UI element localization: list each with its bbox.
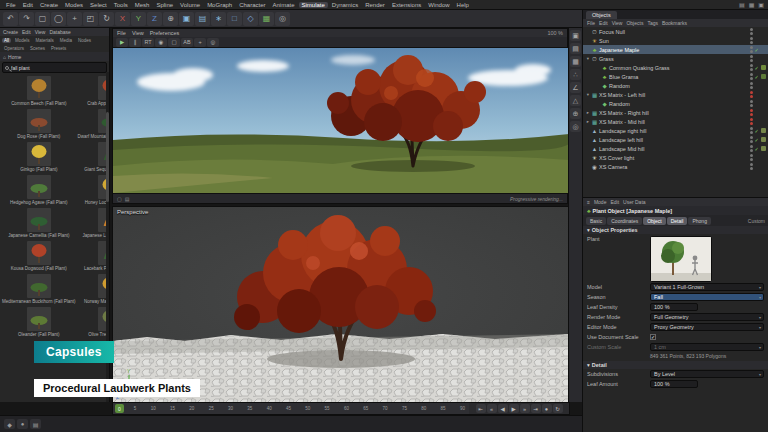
asset-item[interactable]: Kousa Dogwood (Fall Plant) bbox=[1, 240, 77, 273]
menu-item[interactable]: Extensions bbox=[389, 2, 424, 8]
render-view-icon[interactable]: ▣ bbox=[179, 12, 194, 26]
previous-key-button[interactable]: « bbox=[487, 404, 497, 413]
layout-single-icon[interactable]: ▣ bbox=[757, 1, 765, 8]
visibility-toggles[interactable] bbox=[750, 28, 753, 35]
material-swatch[interactable] bbox=[761, 83, 766, 88]
ab-compare-icon[interactable]: AB bbox=[181, 38, 193, 47]
leaf-density-input[interactable]: 100 % bbox=[650, 303, 698, 311]
attribute-menu-item[interactable]: User Data bbox=[623, 199, 646, 205]
previous-frame-button[interactable]: ◀ bbox=[498, 404, 508, 413]
enable-checkmark-icon[interactable]: ✓ bbox=[753, 47, 760, 53]
menu-item[interactable]: Create bbox=[37, 2, 61, 8]
render-zoom-level[interactable]: 100 % bbox=[547, 30, 563, 36]
asset-search[interactable] bbox=[2, 62, 107, 73]
record-button[interactable]: ● bbox=[542, 404, 552, 413]
object-row[interactable]: ◆ Random bbox=[583, 99, 768, 108]
menu-item[interactable]: Render bbox=[362, 2, 388, 8]
object-name[interactable]: Landscape Mid hill bbox=[598, 146, 748, 152]
visibility-toggles[interactable] bbox=[750, 55, 753, 62]
leaf-amount-input[interactable]: 100 % bbox=[650, 380, 698, 388]
x-axis-lock-icon[interactable]: X bbox=[115, 12, 130, 26]
asset-type-tab[interactable]: Models bbox=[13, 38, 32, 43]
object-name[interactable]: Landscape left hill bbox=[598, 137, 748, 143]
visibility-toggles[interactable] bbox=[750, 82, 753, 89]
asset-item[interactable]: Olive Tree (Fall Plant) bbox=[77, 306, 109, 339]
start-ipr-icon[interactable]: ▶ bbox=[116, 38, 128, 47]
object-name[interactable]: Sun bbox=[598, 38, 748, 44]
play-button[interactable]: ▶ bbox=[509, 404, 519, 413]
object-name[interactable]: Grass bbox=[598, 56, 748, 62]
render-visibility-dot[interactable] bbox=[750, 59, 753, 62]
asset-item[interactable]: Hedgehog Agave (Fall Plant) bbox=[1, 174, 77, 207]
texture-mode-icon[interactable]: ▤ bbox=[570, 43, 581, 54]
render-visibility-dot[interactable] bbox=[750, 95, 753, 98]
clay-mode-icon[interactable]: ◎ bbox=[207, 38, 219, 47]
visibility-toggles[interactable] bbox=[750, 37, 753, 44]
object-row[interactable]: ▸ ▦ XS Matrix - Mid hill bbox=[583, 117, 768, 126]
asset-item[interactable]: Ginkgo (Fall Plant) bbox=[1, 141, 77, 174]
material-swatch[interactable] bbox=[761, 38, 766, 43]
model-dropdown[interactable]: Variant 1 Full-Grown bbox=[650, 283, 764, 291]
object-name[interactable]: XS Matrix - Mid hill bbox=[598, 119, 748, 125]
render-canvas[interactable] bbox=[113, 48, 569, 193]
material-swatch[interactable] bbox=[761, 65, 766, 70]
rectangle-select-icon[interactable]: ▢ bbox=[35, 12, 50, 26]
object-name[interactable]: XS Cover light bbox=[598, 155, 748, 161]
editor-visibility-dot[interactable] bbox=[750, 55, 753, 58]
asset-item[interactable]: Common Beech (Fall Plant) bbox=[1, 75, 77, 108]
points-mode-icon[interactable]: ∴ bbox=[570, 69, 581, 80]
object-row[interactable]: ▲ Landscape right hill ✓ bbox=[583, 126, 768, 135]
go-to-end-button[interactable]: ⇥ bbox=[531, 404, 541, 413]
attribute-menu-item[interactable]: Mode bbox=[594, 199, 607, 205]
asset-item[interactable]: Norway Maple (Fall Plant) bbox=[77, 273, 109, 306]
enable-axis-icon[interactable]: ⊕ bbox=[570, 108, 581, 119]
render-view-menu-item[interactable]: File bbox=[117, 30, 126, 36]
editor-visibility-dot[interactable] bbox=[750, 118, 753, 121]
history-icon[interactable]: ▤ bbox=[125, 196, 130, 202]
attribute-tab[interactable]: Coordinates bbox=[607, 217, 642, 225]
attribute-tab[interactable]: Object bbox=[643, 217, 665, 225]
timeline-ruler[interactable]: 0 051015202530354045505560657075808590 bbox=[113, 403, 469, 414]
material-swatch[interactable] bbox=[761, 101, 766, 106]
asset-menu-item[interactable]: View bbox=[35, 29, 46, 35]
material-swatch[interactable] bbox=[761, 128, 766, 133]
object-name[interactable]: Japanese Maple bbox=[598, 47, 748, 53]
perspective-viewport[interactable]: X Y Z Perspective bbox=[112, 206, 568, 402]
render-visibility-dot[interactable] bbox=[750, 104, 753, 107]
section-detail[interactable]: ▾ Detail bbox=[583, 361, 768, 369]
asset-type-tab[interactable]: Nodes bbox=[76, 38, 93, 43]
polygons-mode-icon[interactable]: △ bbox=[570, 95, 581, 106]
enable-checkmark-icon[interactable]: ✓ bbox=[753, 128, 760, 134]
material-swatch[interactable] bbox=[761, 146, 766, 151]
subdivisions-dropdown[interactable]: By Level bbox=[650, 370, 764, 378]
object-menu-item[interactable]: Tags bbox=[647, 20, 658, 26]
material-swatch[interactable] bbox=[761, 137, 766, 142]
workplane-icon[interactable]: ▦ bbox=[570, 56, 581, 67]
object-menu-item[interactable]: Bookmarks bbox=[662, 20, 687, 26]
timeline-options-icon[interactable]: ▤ bbox=[30, 419, 41, 429]
object-name[interactable]: Landscape right hill bbox=[598, 128, 748, 134]
layout-panel-icon[interactable]: ▤ bbox=[738, 1, 746, 8]
asset-category-tab[interactable]: Presets bbox=[49, 46, 68, 51]
z-axis-lock-icon[interactable]: Z bbox=[147, 12, 162, 26]
object-row[interactable]: ♣ Common Quaking Grass ✓ bbox=[583, 63, 768, 72]
object-row[interactable]: ◉ XS Camera bbox=[583, 162, 768, 171]
editor-visibility-dot[interactable] bbox=[750, 163, 753, 166]
object-row[interactable]: ▲ Landscape left hill ✓ bbox=[583, 135, 768, 144]
custom-scale-dropdown[interactable]: 1 cm bbox=[650, 343, 764, 351]
asset-item[interactable]: Giant Sequoia (Fall Plant) bbox=[77, 141, 109, 174]
y-axis-lock-icon[interactable]: Y bbox=[131, 12, 146, 26]
object-row[interactable]: ◆ Random bbox=[583, 81, 768, 90]
object-row[interactable]: ♣ Japanese Maple ✓ bbox=[583, 45, 768, 54]
object-row[interactable]: ♣ Blue Grama ✓ bbox=[583, 72, 768, 81]
enable-checkmark-icon[interactable]: ✓ bbox=[753, 65, 760, 71]
next-key-button[interactable]: » bbox=[520, 404, 530, 413]
enable-checkmark-icon[interactable]: ✓ bbox=[753, 74, 760, 80]
asset-type-tab[interactable]: All bbox=[2, 38, 11, 43]
render-mode-dropdown[interactable]: Full Geometry bbox=[650, 313, 764, 321]
layout-grid-icon[interactable]: ▦ bbox=[748, 1, 756, 8]
enable-checkmark-icon[interactable]: ✓ bbox=[753, 146, 760, 152]
object-row[interactable]: ☀ Sun bbox=[583, 36, 768, 45]
object-name[interactable]: Random bbox=[608, 101, 748, 107]
go-to-start-button[interactable]: ⇤ bbox=[476, 404, 486, 413]
